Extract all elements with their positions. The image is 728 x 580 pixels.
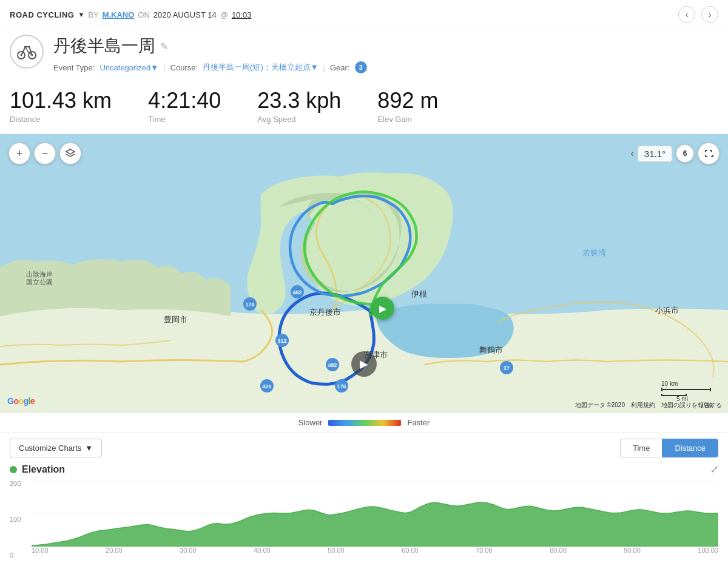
svg-rect-30 [661,388,662,391]
map-controls-right: ‹ 31.1° 6 [630,143,720,164]
time-toggle-button[interactable]: Time [620,439,662,457]
x-label-50: 50.00 [328,547,345,559]
x-label-40: 40.00 [254,547,271,559]
route-play-button[interactable]: ▶ [371,297,394,320]
distance-toggle-button[interactable]: Distance [662,439,718,457]
bearing-display: 31.1° [638,146,672,162]
x-label-80: 80.00 [550,547,567,559]
x-label-20: 20.00 [106,547,123,559]
activity-title-text: 丹後半島一周 [53,35,155,58]
svg-text:豊岡市: 豊岡市 [164,315,187,324]
avg-speed-value: 23.3 kph [257,88,341,113]
title-content: 丹後半島一周 ✎ Event Type: Uncategorized▼ | Co… [53,35,367,73]
layers-button[interactable] [59,143,81,164]
expand-chart-icon[interactable]: ⤢ [710,464,718,475]
y-label-200: 200 [10,480,28,487]
svg-text:27: 27 [504,365,510,371]
distance-label: Distance [10,115,112,124]
course-dropdown[interactable]: 丹後半島一周(短)：天橋立起点▼ [203,62,318,73]
map-container[interactable]: 178 312 482 482 176 426 27 豊岡市 京丹後市 宮津市 … [0,134,728,413]
svg-text:舞鶴市: 舞鶴市 [479,345,503,354]
stat-distance: 101.43 km Distance [10,88,112,124]
chart-controls: Customize Charts ▼ Time Distance [0,432,728,464]
x-label-30: 30.00 [180,547,197,559]
fullscreen-button[interactable] [698,143,720,164]
at-text: @ [220,10,228,19]
title-section: 丹後半島一周 ✎ Event Type: Uncategorized▼ | Co… [0,27,728,78]
zoom-in-button[interactable]: + [8,143,30,164]
chart-wrapper: 200 100 0 10.00 20.00 30.00 40.00 [10,480,718,559]
event-type-dropdown[interactable]: Uncategorized▼ [99,63,158,72]
zoom-out-button[interactable]: − [34,143,56,164]
by-text: BY [88,10,98,19]
compass-button[interactable]: 6 [676,144,694,163]
svg-text:山陰海岸: 山陰海岸 [26,271,53,278]
x-label-60: 60.00 [402,547,419,559]
top-bar-right: ‹ › [678,6,718,23]
activity-time[interactable]: 10:03 [232,10,252,19]
svg-point-4 [29,46,30,48]
customize-charts-button[interactable]: Customize Charts ▼ [10,439,102,457]
avg-speed-label: Avg Speed [257,115,341,124]
time-distance-toggle: Time Distance [620,439,718,457]
elev-gain-label: Elev Gain [377,115,438,124]
username-link[interactable]: M.KANO [103,10,135,19]
chart-title-row: Elevation [10,464,65,475]
time-value: 4:21:40 [148,88,221,113]
y-label-100: 100 [10,516,28,523]
activity-date: 2020 AUGUST 14 [153,10,217,19]
bearing-value: 31.1° [644,149,666,159]
svg-text:10 km: 10 km [661,380,678,387]
distance-value: 101.43 km [10,88,112,113]
google-logo: Google [7,396,35,406]
svg-text:若狭湾: 若狭湾 [582,248,606,257]
svg-rect-31 [710,388,711,391]
stat-elev-gain: 892 m Elev Gain [377,88,438,124]
next-activity-button[interactable]: › [701,6,718,23]
on-text: ON [138,10,150,19]
activity-icon [10,35,44,69]
gear-badge[interactable]: 3 [355,61,367,73]
map-controls-left: + − [8,143,81,164]
svg-text:482: 482 [328,362,337,368]
stat-avg-speed: 23.3 kph Avg Speed [257,88,341,124]
top-bar: ROAD CYCLING ▼ BY M.KANO ON 2020 AUGUST … [0,0,728,27]
chart-inner [32,480,718,547]
bearing-left-arrow[interactable]: ‹ [630,148,633,159]
svg-text:178: 178 [245,302,254,308]
time-label: Time [148,115,221,124]
course-label: Course: [170,63,198,72]
x-label-70: 70.00 [476,547,493,559]
edit-title-icon[interactable]: ✎ [160,41,168,52]
elevation-chart-section: Elevation ⤢ 200 100 0 10.00 [0,464,728,568]
x-label-90: 90.00 [624,547,641,559]
y-axis-labels: 200 100 0 [10,480,28,559]
video-play-button[interactable]: ▶ [351,351,377,377]
activity-type-dropdown[interactable]: ▼ [78,11,84,18]
svg-text:482: 482 [292,289,302,295]
svg-rect-33 [661,394,662,396]
faster-label: Faster [407,418,430,427]
x-label-10: 10.00 [32,547,49,559]
x-label-100: 100.00 [698,547,718,559]
prev-activity-button[interactable]: ‹ [678,6,695,23]
stat-time: 4:21:40 Time [148,88,221,124]
chart-header: Elevation ⤢ [10,464,718,475]
event-type-label: Event Type: [53,63,95,72]
elev-gain-value: 892 m [377,88,438,113]
gear-label: Gear: [330,63,350,72]
svg-text:426: 426 [262,383,271,389]
x-axis-labels: 10.00 20.00 30.00 40.00 50.00 60.00 70.0… [32,547,718,559]
elevation-indicator [10,466,17,473]
svg-text:176: 176 [337,383,346,389]
activity-title-row: 丹後半島一周 ✎ [53,35,367,58]
chart-title: Elevation [22,464,65,475]
svg-text:小浜市: 小浜市 [655,306,679,315]
y-label-0: 0 [10,551,28,559]
stats-row: 101.43 km Distance 4:21:40 Time 23.3 kph… [0,78,728,134]
svg-text:国立公園: 国立公園 [26,278,53,286]
svg-text:312: 312 [277,338,286,344]
top-bar-left: ROAD CYCLING ▼ BY M.KANO ON 2020 AUGUST … [10,10,251,19]
speed-legend: Slower Faster [0,413,728,432]
speed-gradient [328,420,401,426]
